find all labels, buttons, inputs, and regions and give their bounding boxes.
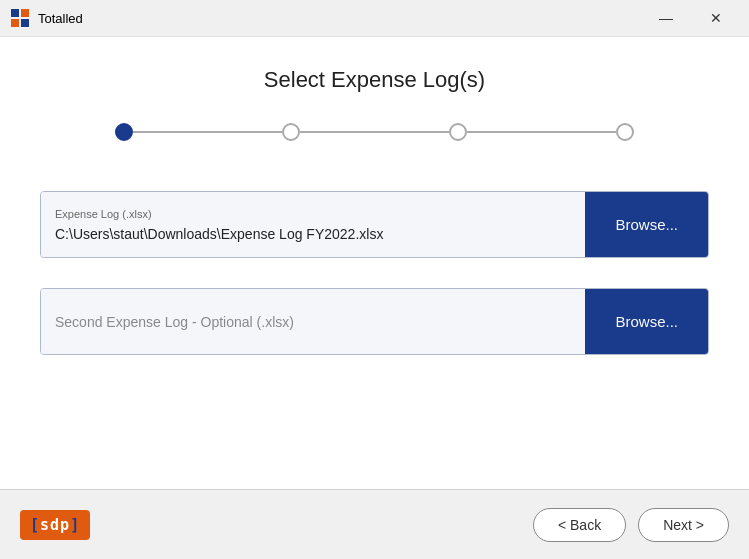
svg-rect-1: [21, 9, 29, 17]
step-line-2: [300, 131, 449, 133]
step-line-1: [133, 131, 282, 133]
sdp-logo-text: [: [30, 516, 40, 534]
footer: [sdp] < Back Next >: [0, 489, 749, 559]
step-line-3: [467, 131, 616, 133]
app-icon: [10, 8, 30, 28]
title-bar: Totalled — ✕: [0, 0, 749, 37]
expense-log-value: C:\Users\staut\Downloads\Expense Log FY2…: [55, 226, 571, 242]
step-4-circle: [616, 123, 634, 141]
close-button[interactable]: ✕: [693, 6, 739, 31]
svg-rect-0: [11, 9, 19, 17]
window-controls: — ✕: [643, 6, 739, 31]
next-button[interactable]: Next >: [638, 508, 729, 542]
back-button[interactable]: < Back: [533, 508, 626, 542]
progress-stepper: [115, 123, 635, 141]
second-expense-log-text-area: Second Expense Log - Optional (.xlsx): [41, 289, 585, 354]
sdp-logo-text-2: ]: [70, 516, 80, 534]
step-2-circle: [282, 123, 300, 141]
step-1-circle: [115, 123, 133, 141]
svg-rect-3: [21, 19, 29, 27]
second-expense-log-placeholder: Second Expense Log - Optional (.xlsx): [55, 314, 571, 330]
second-expense-log-browse-button[interactable]: Browse...: [585, 289, 708, 354]
expense-log-input-group: Expense Log (.xlsx) C:\Users\staut\Downl…: [40, 191, 709, 258]
nav-buttons: < Back Next >: [533, 508, 729, 542]
main-content: Select Expense Log(s) Expense Log (.xlsx…: [0, 37, 749, 489]
second-expense-log-input-group: Second Expense Log - Optional (.xlsx) Br…: [40, 288, 709, 355]
window-title: Totalled: [38, 11, 643, 26]
expense-log-input-box: Expense Log (.xlsx) C:\Users\staut\Downl…: [40, 191, 709, 258]
step-3-circle: [449, 123, 467, 141]
expense-log-browse-button[interactable]: Browse...: [585, 192, 708, 257]
page-title: Select Expense Log(s): [264, 67, 485, 93]
expense-log-label: Expense Log (.xlsx): [55, 208, 571, 220]
expense-log-text-area: Expense Log (.xlsx) C:\Users\staut\Downl…: [41, 192, 585, 257]
svg-rect-2: [11, 19, 19, 27]
minimize-button[interactable]: —: [643, 6, 689, 31]
second-expense-log-input-box: Second Expense Log - Optional (.xlsx) Br…: [40, 288, 709, 355]
sdp-logo: [sdp]: [20, 510, 90, 540]
